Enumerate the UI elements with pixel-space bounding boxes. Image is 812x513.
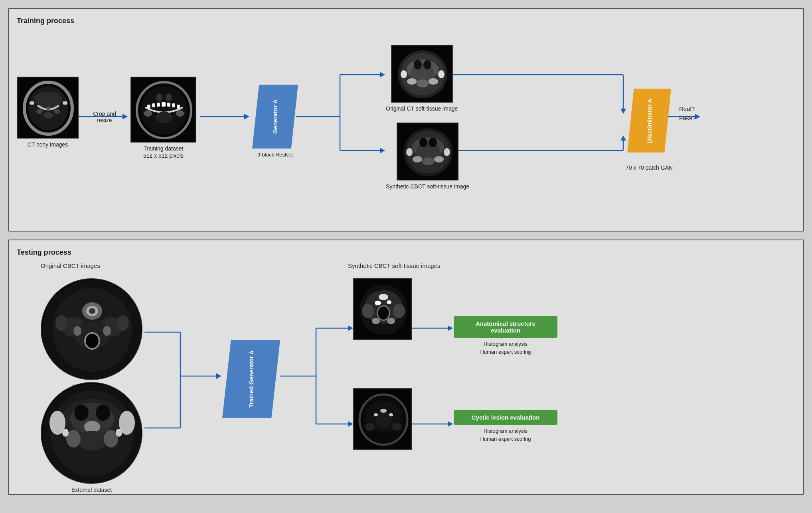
svg-marker-10 (380, 148, 385, 153)
svg-point-49 (401, 70, 407, 78)
internal-dataset-image (41, 278, 142, 380)
svg-point-39 (144, 110, 152, 117)
svg-point-107 (74, 405, 89, 421)
svg-marker-16 (620, 135, 626, 141)
anatomical-sub-labels: Histogram analysis Human expert scoring (454, 340, 557, 356)
svg-point-108 (96, 405, 110, 421)
svg-point-62 (444, 148, 450, 156)
svg-point-54 (429, 78, 438, 85)
original-ct-section: Original CT soft-tissue image (386, 45, 458, 112)
svg-point-124 (393, 304, 405, 318)
svg-point-90 (89, 308, 95, 314)
original-cbct-label: Original CBCT images (41, 262, 100, 269)
svg-point-120 (379, 294, 388, 300)
training-dataset-svg (131, 77, 196, 143)
training-dataset-image (130, 77, 196, 143)
synthetic-cbct-images-label: Synthetic CBCT soft-tissue images (348, 262, 440, 269)
svg-point-52 (423, 60, 431, 69)
svg-point-119 (387, 300, 391, 304)
synthetic-output-top-section (353, 278, 412, 340)
svg-point-25 (36, 109, 43, 114)
svg-point-136 (392, 423, 402, 431)
svg-rect-35 (162, 102, 166, 107)
svg-rect-32 (147, 105, 150, 109)
external-dataset-section: External dataset (41, 382, 142, 493)
synthetic-output-bottom-image (353, 388, 412, 450)
svg-marker-18 (695, 114, 700, 119)
svg-point-134 (380, 409, 387, 413)
svg-marker-77 (348, 325, 353, 331)
svg-point-126 (387, 318, 395, 324)
synthetic-cbct-image (397, 123, 458, 180)
resnet-label: 9-block ResNet (257, 152, 293, 158)
svg-point-98 (55, 315, 67, 331)
original-ct-image (391, 45, 453, 103)
svg-rect-23 (30, 101, 34, 105)
svg-point-42 (156, 93, 162, 101)
discriminator-a-label: Discriminator A (646, 98, 653, 143)
trained-generator-label: Trained Generator A (248, 351, 255, 408)
svg-rect-38 (177, 105, 180, 109)
svg-point-96 (73, 326, 81, 336)
testing-title: Testing process (17, 248, 791, 257)
crop-resize-label: Crop and resize (87, 111, 122, 123)
svg-point-41 (156, 111, 172, 123)
svg-point-110 (78, 431, 106, 451)
svg-point-43 (166, 93, 172, 101)
svg-marker-71 (216, 373, 221, 379)
svg-point-66 (434, 156, 444, 162)
real-label: Real? (679, 105, 696, 114)
cystic-eval-box: Cystic lesion evaluation (454, 410, 557, 425)
trained-generator-shape: Trained Generator A (222, 340, 280, 418)
svg-point-61 (406, 148, 413, 156)
training-title: Training process (17, 17, 791, 25)
svg-point-131 (375, 411, 391, 428)
patch-gan-label: 70 x 70 patch GAN (625, 164, 673, 171)
synthetic-cbct-svg (397, 123, 458, 180)
original-ct-svg (392, 46, 453, 103)
svg-point-53 (407, 78, 417, 85)
trained-generator-section: Trained Generator A (222, 340, 280, 418)
testing-panel: Testing process (8, 240, 804, 495)
synthetic-cbct-section: Synthetic CBCT soft-tissue image (386, 123, 469, 190)
cystic-eval-section: Cystic lesion evaluation Histogram analy… (454, 410, 557, 443)
svg-point-31 (141, 86, 187, 134)
fake-label: Fake? (679, 114, 696, 123)
svg-point-67 (422, 157, 434, 165)
svg-point-132 (374, 413, 378, 416)
svg-point-97 (103, 326, 111, 336)
svg-point-28 (46, 107, 51, 110)
human-expert-label-2: Human expert scoring (454, 435, 557, 443)
svg-point-114 (116, 429, 122, 437)
svg-marker-1 (122, 114, 128, 119)
external-dataset-image (41, 382, 142, 484)
svg-marker-3 (244, 114, 249, 119)
svg-rect-33 (152, 103, 155, 107)
svg-point-99 (117, 315, 129, 331)
svg-point-133 (389, 413, 393, 416)
svg-point-63 (419, 138, 427, 147)
ct-bony-label: CT bony images (28, 141, 68, 148)
histogram-label-1: Histogram analysis (454, 340, 557, 348)
svg-marker-7 (380, 72, 385, 77)
internal-dataset-section: Internal dataset (41, 278, 142, 390)
svg-point-40 (176, 110, 184, 117)
svg-marker-80 (348, 421, 353, 427)
svg-point-125 (372, 318, 380, 324)
discriminator-section: Discriminator A (627, 89, 671, 153)
training-panel: Training process (8, 8, 804, 232)
original-ct-label: Original CT soft-tissue image (386, 105, 458, 112)
anatomical-eval-box: Anatomical structure evaluation (454, 316, 557, 338)
external-dataset-label: External dataset (71, 486, 112, 493)
svg-marker-13 (620, 109, 626, 114)
svg-point-135 (365, 423, 375, 431)
svg-rect-34 (157, 103, 160, 107)
svg-rect-24 (63, 101, 67, 105)
svg-point-123 (362, 304, 374, 318)
anatomical-eval-section: Anatomical structure evaluation Histogra… (454, 316, 557, 356)
real-fake-section: Real? Fake? (679, 105, 696, 123)
main-container: Training process (8, 8, 804, 495)
cystic-sub-labels: Histogram analysis Human expert scoring (454, 427, 557, 443)
training-dataset-label: Training dataset 512 x 512 pixels (143, 145, 184, 159)
histogram-label-2: Histogram analysis (454, 427, 557, 435)
